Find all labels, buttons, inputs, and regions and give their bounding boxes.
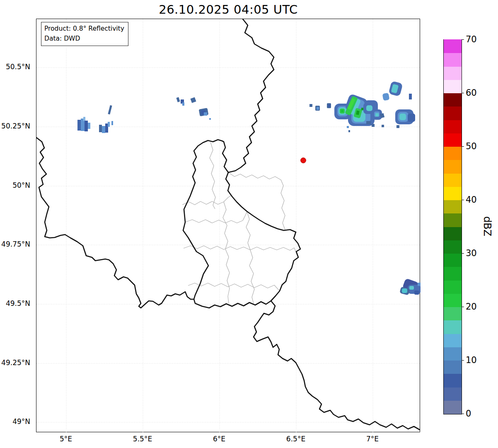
radar-echo-cell: [209, 118, 211, 120]
x-tick-label: 7°E: [366, 435, 379, 443]
colorbar-segment: [444, 39, 462, 53]
colorbar-tick-label: 30: [466, 248, 477, 258]
colorbar-segment: [444, 107, 462, 120]
colorbar-segment: [444, 280, 462, 294]
radar-echo-cell: [102, 126, 105, 133]
colorbar: [443, 39, 462, 414]
colorbar-tick-label: 50: [466, 141, 477, 151]
colorbar-segment: [444, 200, 462, 213]
radar-echo-cell: [309, 104, 312, 107]
radar-echo-cell: [366, 105, 372, 111]
colorbar-tick: [462, 146, 464, 147]
colorbar-tick: [462, 39, 464, 40]
radar-echo-cell: [382, 125, 384, 127]
radar-echo-cell: [408, 114, 415, 122]
colorbar-segment: [444, 400, 462, 414]
info-box-source: Data: DWD: [44, 34, 124, 44]
colorbar-segment: [444, 360, 462, 374]
radar-echo-cell: [366, 121, 371, 124]
radar-echo-cell: [105, 124, 108, 133]
radar-echo-cell: [341, 110, 343, 112]
info-box-product: Product: 0.8° Reflectivity: [44, 24, 124, 34]
colorbar-segment: [444, 253, 462, 267]
colorbar-segment: [444, 160, 462, 174]
y-tick-label: 50.25°N: [1, 122, 30, 130]
colorbar-segment: [444, 240, 462, 254]
radar-echo-cell: [414, 291, 419, 295]
y-tick-label: 50°N: [12, 181, 30, 189]
y-tick-label: 49°N: [12, 417, 30, 426]
radar-echo-cell: [85, 121, 88, 131]
x-tick-label: 5°E: [60, 435, 72, 443]
radar-echo-cell: [317, 107, 319, 110]
radar-echo-cell: [88, 123, 90, 129]
radar-echo-cell: [418, 283, 421, 286]
colorbar-segment: [444, 307, 462, 320]
map-plot-area: Product: 0.8° Reflectivity Data: DWD: [36, 19, 420, 432]
colorbar-tick-label: 0: [466, 409, 471, 419]
graticule-gridlines: [36, 19, 421, 433]
radar-echo-cell: [347, 126, 349, 128]
x-tick-label: 5.5°E: [133, 435, 152, 443]
colorbar-segment: [444, 186, 462, 200]
radar-echo-cell: [204, 112, 207, 116]
colorbar-tick-label: 60: [466, 88, 477, 98]
x-tick-label: 6°E: [213, 435, 225, 443]
radar-echo-cell: [348, 130, 350, 132]
colorbar-tick: [462, 414, 464, 414]
colorbar-segment: [444, 267, 462, 281]
radar-site-marker: [301, 158, 306, 163]
colorbar-tick-label: 10: [466, 355, 477, 365]
colorbar-segment: [444, 133, 462, 147]
radar-echo-cell: [402, 288, 407, 293]
colorbar-tick: [462, 307, 464, 307]
colorbar-segment: [444, 173, 462, 187]
radar-echo-cell: [108, 122, 110, 127]
colorbar-segment: [444, 347, 462, 361]
colorbar-tick: [462, 93, 464, 93]
radar-echo-cell: [99, 125, 102, 132]
colorbar-segment: [444, 387, 462, 401]
radar-echo-cell: [396, 125, 399, 128]
radar-echo-cell: [108, 105, 112, 115]
radar-echo-cell: [409, 94, 412, 99]
radar-echo-cell: [182, 102, 184, 106]
colorbar-segment: [444, 320, 462, 334]
x-tick-label: 6.5°E: [286, 435, 305, 443]
radar-echo-cell: [328, 104, 330, 107]
radar-echo-cell: [190, 97, 196, 103]
colorbar-segment: [444, 374, 462, 387]
colorbar-segment: [444, 227, 462, 240]
colorbar-segment: [444, 213, 462, 227]
colorbar-segment: [444, 120, 462, 133]
radar-echo-cell: [83, 117, 85, 121]
colorbar-tick: [462, 253, 464, 254]
radar-echo-cell: [382, 93, 390, 101]
colorbar-segment: [444, 80, 462, 93]
map-svg: [36, 19, 421, 433]
info-box: Product: 0.8° Reflectivity Data: DWD: [41, 22, 128, 46]
radar-echoes: [77, 81, 421, 295]
radar-echo-cell: [176, 97, 180, 102]
radar-echo-cell: [399, 114, 406, 120]
colorbar-segment: [444, 334, 462, 347]
page-title: 26.10.2025 04:05 UTC: [36, 2, 421, 17]
radar-echo-cell: [409, 286, 414, 290]
colorbar-segment: [444, 53, 462, 67]
colorbar-segment: [444, 293, 462, 307]
colorbar-tick-label: 70: [466, 34, 477, 44]
radar-echo-cell: [372, 124, 375, 127]
radar-echo-cell: [77, 120, 81, 131]
colorbar-tick: [462, 200, 464, 200]
y-tick-label: 50.5°N: [6, 63, 30, 71]
colorbar-segment: [444, 93, 462, 107]
colorbar-axis-label: dBZ: [481, 216, 493, 236]
radar-map-page: 26.10.2025 04:05 UTC Product: 0.8° Refle…: [0, 0, 498, 448]
radar-echo-cell: [111, 121, 113, 125]
colorbar-tick-label: 40: [466, 195, 477, 205]
y-tick-label: 49.5°N: [6, 299, 30, 308]
colorbar-tick: [462, 360, 464, 361]
colorbar-segment: [444, 66, 462, 80]
colorbar-tick-label: 20: [466, 302, 477, 312]
y-tick-label: 49.25°N: [1, 358, 30, 367]
